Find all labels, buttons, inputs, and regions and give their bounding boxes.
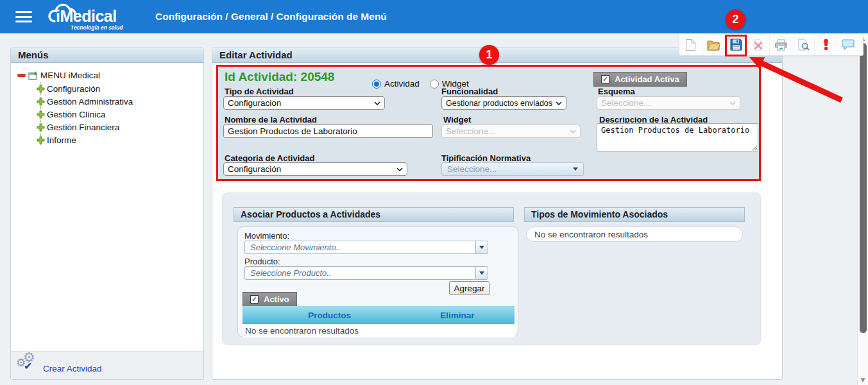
tipos-movimiento-title: Tipos de Movimiento Asociados bbox=[524, 207, 745, 222]
print-icon[interactable] bbox=[769, 35, 792, 55]
scrollbar-thumb[interactable] bbox=[860, 43, 867, 333]
expand-plus-icon[interactable] bbox=[37, 136, 45, 144]
activo-label: Activo bbox=[264, 295, 289, 304]
open-folder-icon[interactable] bbox=[702, 35, 724, 55]
movimiento-combobox[interactable]: Seleccione Movimiento.. bbox=[244, 241, 488, 254]
dropdown-button[interactable] bbox=[475, 266, 488, 280]
actividad-activa-label: Actividad Activa bbox=[615, 74, 679, 84]
asociar-productos-box: Movimiento: Seleccione Movimiento.. Prod… bbox=[237, 227, 518, 337]
dropdown-triangle-icon bbox=[479, 246, 484, 249]
sidebar-footer: ✔ Crear Actividad bbox=[11, 351, 203, 379]
funcionalidad-label: Funcionalidad bbox=[441, 87, 498, 96]
widget-label: Widget bbox=[443, 115, 471, 124]
window-plus-icon bbox=[28, 71, 38, 80]
nombre-label: Nombre de la Actividad bbox=[225, 115, 317, 124]
menus-panel-title: Menús bbox=[11, 48, 203, 63]
tree-item[interactable]: Configuración bbox=[37, 82, 198, 95]
tipificacion-combobox[interactable]: Seleccione... bbox=[441, 162, 584, 176]
tree-item-label: Gestión Financiera bbox=[47, 123, 119, 132]
tipos-movimiento-empty: No se encontraron resultados bbox=[526, 227, 743, 242]
movimiento-label: Movimiento: bbox=[244, 231, 289, 241]
dropdown-triangle-icon bbox=[573, 167, 578, 171]
tree-item[interactable]: Gestión Financiera bbox=[37, 121, 198, 133]
chevron-down-icon bbox=[729, 101, 736, 105]
logo-text: iMedical bbox=[56, 7, 117, 26]
collapse-minus-icon[interactable] bbox=[17, 74, 26, 77]
crear-actividad-link[interactable]: Crear Actividad bbox=[43, 364, 102, 375]
tree-item[interactable]: Gestión Administrativa bbox=[37, 95, 198, 108]
new-document-icon[interactable] bbox=[679, 35, 702, 55]
hamburger-menu-icon[interactable] bbox=[15, 11, 32, 22]
preview-icon[interactable] bbox=[792, 35, 814, 55]
tipo-select[interactable]: Configuracion bbox=[223, 96, 385, 110]
logo-tagline: Tecnología en salud bbox=[71, 24, 123, 31]
tree-root-menu-imedical[interactable]: MENU iMedical bbox=[17, 69, 198, 82]
esquema-label: Esquema bbox=[598, 87, 635, 96]
delete-icon[interactable] bbox=[747, 35, 769, 55]
tipificacion-label: Tipificación Normativa bbox=[441, 153, 531, 163]
toolbar bbox=[679, 34, 864, 56]
widget-radio[interactable] bbox=[430, 80, 439, 89]
producto-label: Producto: bbox=[244, 257, 280, 266]
asociar-productos-title: Asociar Productos a Actividades bbox=[234, 207, 514, 222]
chevron-down-icon bbox=[556, 101, 562, 105]
scroll-down-icon[interactable] bbox=[858, 377, 868, 383]
actividad-activa-toggle[interactable]: Actividad Activa bbox=[593, 72, 687, 87]
tree-children: Configuración Gestión Administrativa Ges… bbox=[40, 82, 198, 146]
actividad-radio[interactable] bbox=[372, 80, 381, 89]
productos-column-header: Productos bbox=[308, 311, 351, 320]
tree-item-label: Gestión Clínica bbox=[47, 110, 106, 119]
tree-root-label: MENU iMedical bbox=[40, 71, 100, 80]
actividad-radio-label: Actividad bbox=[384, 79, 420, 89]
eliminar-column-header: Eliminar bbox=[440, 311, 474, 320]
sections-container: Asociar Productos a Actividades Movimien… bbox=[222, 193, 761, 345]
dropdown-triangle-icon bbox=[479, 271, 484, 275]
descripcion-textarea[interactable]: Gestion Productos de Laboratorio bbox=[597, 123, 758, 151]
checked-checkbox-icon[interactable] bbox=[601, 75, 609, 83]
agregar-button[interactable]: Agregar bbox=[449, 281, 489, 295]
menu-tree: MENU iMedical Configuración Gestión Admi… bbox=[11, 63, 203, 146]
chevron-down-icon bbox=[570, 130, 576, 133]
expand-plus-icon[interactable] bbox=[37, 123, 45, 132]
productos-empty-row: No se encontraron resultados bbox=[243, 324, 515, 338]
esquema-select[interactable]: Seleccione... bbox=[597, 96, 740, 110]
annotation-save-highlight bbox=[725, 35, 747, 56]
vertical-scrollbar[interactable] bbox=[857, 33, 868, 385]
actividad-form: Id Actividad: 20548 Actividad Widget Act… bbox=[216, 65, 761, 181]
menus-panel: Menús MENU iMedical Configuración bbox=[10, 47, 204, 380]
activo-toggle[interactable]: Activo bbox=[243, 292, 297, 307]
tree-item[interactable]: Gestión Clínica bbox=[37, 108, 198, 121]
id-actividad-label: Id Actividad: 20548 bbox=[225, 70, 334, 84]
productos-table-header: Productos Eliminar bbox=[243, 306, 515, 324]
expand-plus-icon[interactable] bbox=[37, 85, 45, 93]
editar-actividad-panel: Editar Actividad Id Actividad: 20548 Act… bbox=[212, 47, 783, 380]
tree-item-label: Gestión Administrativa bbox=[47, 97, 133, 107]
gears-check-icon: ✔ bbox=[16, 354, 39, 375]
comment-icon[interactable] bbox=[837, 35, 859, 55]
dropdown-button[interactable] bbox=[475, 241, 488, 254]
annotation-step-1: 1 bbox=[479, 45, 499, 65]
checked-checkbox-icon[interactable] bbox=[250, 295, 259, 304]
chevron-down-icon bbox=[374, 101, 380, 105]
producto-combobox[interactable]: Seleccione Producto.. bbox=[244, 266, 488, 280]
tree-item-label: Configuración bbox=[47, 84, 100, 94]
funcionalidad-select[interactable]: Gestionar productos enviados a labora bbox=[441, 96, 566, 110]
nombre-input[interactable] bbox=[223, 124, 433, 138]
categoria-select[interactable]: Configuración bbox=[223, 162, 407, 176]
categoria-label: Categoria de Actividad bbox=[225, 153, 314, 163]
expand-plus-icon[interactable] bbox=[37, 110, 45, 119]
widget-select[interactable]: Seleccione... bbox=[441, 124, 581, 138]
tipo-label: Tipo de Actividad bbox=[225, 87, 294, 96]
alert-icon[interactable] bbox=[814, 35, 837, 55]
app-logo[interactable]: iMedical Tecnología en salud bbox=[46, 1, 135, 32]
expand-plus-icon[interactable] bbox=[37, 98, 45, 106]
tree-item[interactable]: Informe bbox=[37, 133, 198, 146]
annotation-step-2: 2 bbox=[726, 10, 745, 30]
tree-item-label: Informe bbox=[47, 135, 76, 145]
chevron-down-icon bbox=[396, 167, 403, 171]
breadcrumb[interactable]: Configuración / General / Configuración … bbox=[155, 11, 387, 22]
